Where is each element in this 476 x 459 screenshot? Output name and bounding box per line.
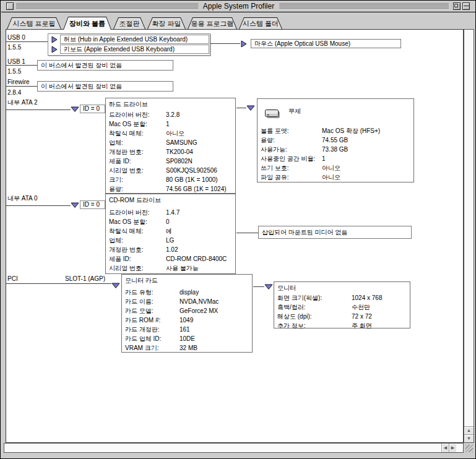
zoom-box-glyph (454, 4, 458, 7)
tab-strip: 시스템 프로필 장비와 볼륨 조절판 확장 파일 응용 프로그램 시스템 폴더 (7, 17, 284, 30)
apple-system-profiler-window: Apple System Profiler 시스템 프로필 장비와 볼륨 조절판… (0, 0, 476, 459)
info-value: 사용 불가능 (166, 264, 199, 272)
tab-applications[interactable]: 응용 프로그램 (188, 17, 237, 29)
tab-system-folders[interactable]: 시스템 폴더 (239, 17, 282, 29)
info-value: CD-ROM CRD-8400C (166, 255, 227, 263)
info-label: 카드 개정판: (125, 326, 160, 333)
device-box-hub[interactable]: 허브 (Hub in Apple Extended USB Keyboard) (60, 35, 209, 44)
connector-line (6, 86, 37, 87)
info-value: Mac OS 확장 (HFS+) (322, 127, 380, 135)
info-label: 착탈식 매체: (109, 228, 144, 234)
horizontal-scrollbar[interactable]: ◀ ▶ (4, 443, 464, 453)
info-value: 74.56 GB (1K = 1024) (166, 185, 227, 193)
empty-bus-box-firewire: 이 버스에서 발견된 장비 없음 (37, 81, 173, 92)
info-label: 개정판 번호: (109, 148, 144, 155)
tab-label: 확장 파일 (152, 19, 181, 28)
disclosure-right-icon[interactable] (51, 46, 59, 53)
info-value: 161 (180, 325, 190, 333)
cdrom-info-box: CD-ROM 드라이브 드라이버 버전:1.4.7 Mac OS 분할:0 착탈… (105, 194, 236, 274)
tab-system-profile[interactable]: 시스템 프로필 (7, 17, 61, 29)
info-label: 사용중인 공간 비율: (261, 155, 315, 162)
tab-label: 조절판 (119, 19, 140, 28)
info-value: 0 (166, 218, 170, 226)
info-label: 착탈식 매체: (109, 130, 144, 137)
info-label: 추가 정보: (277, 322, 306, 329)
info-value: 32 MB (180, 344, 197, 352)
tab-label: 시스템 폴더 (243, 19, 279, 28)
info-value: 80 GB (1K = 1000) (166, 176, 218, 184)
hard-drive-info-box: 하드 드라이브 드라이버 버전:3.2.8 Mac OS 분할:1 착탈식 매체… (105, 98, 236, 194)
title-bar[interactable]: Apple System Profiler (1, 1, 476, 12)
info-label: 쓰기 보호: (261, 165, 289, 171)
device-id-box: ID = 0 (80, 200, 105, 209)
info-label: 업체: (109, 139, 123, 146)
info-label: 용량: (109, 186, 123, 192)
scroll-down-icon[interactable]: ▼ (464, 434, 474, 442)
info-value: 아니오 (166, 129, 184, 137)
tab-control-panels[interactable]: 조절판 (113, 17, 145, 29)
connector-line (6, 65, 37, 66)
cdrom-title: CD-ROM 드라이브 (109, 196, 235, 204)
bus-version-firewire: 2.8.4 (7, 89, 21, 96)
info-label: 해상도 (dpi): (277, 313, 312, 320)
scroll-left-icon[interactable]: ◀ (441, 444, 449, 452)
connector-line (210, 43, 240, 44)
disclosure-down-icon[interactable] (264, 284, 272, 291)
disclosure-down-icon[interactable] (71, 202, 78, 210)
info-label: 흑백/컬러: (277, 304, 306, 311)
device-box-keyboard[interactable]: 키보드 (Apple Extended USB Keyboard) (60, 45, 209, 54)
resize-grip-icon[interactable] (464, 444, 474, 453)
info-value: 10DE (180, 335, 195, 343)
info-value: LG (166, 236, 174, 244)
info-value: display (180, 288, 199, 296)
connector-line (6, 283, 111, 284)
info-label: 카드 유형: (125, 289, 154, 296)
info-value: 주 화면 (352, 322, 372, 330)
tab-devices-and-volumes[interactable]: 장비와 볼륨 (63, 17, 111, 30)
vertical-scrollbar[interactable]: ▲ ▼ (464, 29, 474, 443)
tab-label: 응용 프로그램 (191, 19, 233, 28)
info-label: 카드 ROM #: (125, 317, 160, 324)
collapse-box-icon[interactable] (462, 2, 470, 10)
connector-line (6, 109, 71, 110)
info-label: 제품 ID: (109, 158, 131, 165)
disclosure-down-icon[interactable] (246, 105, 254, 113)
info-value: SP0802N (166, 157, 193, 165)
info-label: 개정판 번호: (109, 246, 144, 253)
empty-bus-box-usb1: 이 버스에서 발견된 장비 없음 (37, 60, 173, 71)
volume-info-box: 무제 볼륨 포맷:Mac OS 확장 (HFS+) 용량:74.55 GB 사용… (257, 98, 414, 182)
bus-label-firewire: Firewire (7, 79, 30, 85)
info-value: 수천만 (352, 303, 370, 311)
zoom-box-icon[interactable] (453, 2, 461, 10)
info-value: 1024 x 768 (352, 294, 383, 302)
bus-label-usb1: USB 1 (7, 58, 25, 65)
window-title: Apple System Profiler (198, 2, 279, 11)
info-value: 예 (166, 227, 172, 235)
bus-label-ata2: 내부 ATA 2 (7, 99, 38, 106)
info-label: 업체: (109, 237, 123, 244)
disclosure-down-icon[interactable] (111, 283, 119, 290)
tab-extensions[interactable]: 확장 파일 (147, 17, 186, 29)
connector-line (6, 205, 71, 206)
disclosure-right-icon[interactable] (241, 40, 248, 48)
close-box-icon[interactable] (6, 2, 14, 10)
info-value: 73.38 GB (322, 145, 348, 153)
volume-title[interactable]: 무제 (288, 107, 301, 116)
connector-line (236, 108, 246, 108)
info-label: Mac OS 분할: (109, 121, 147, 127)
info-label: 제품 ID: (109, 255, 131, 262)
info-label: 드라이버 버전: (109, 209, 150, 216)
disclosure-right-icon[interactable] (51, 36, 59, 43)
info-label: VRAM 크기: (125, 345, 158, 351)
pci-slot-label: SLOT-1 (AGP) (65, 275, 105, 282)
info-label: 카드 업체 ID: (125, 335, 161, 342)
scroll-right-icon[interactable]: ▶ (449, 444, 456, 452)
device-tree-panel: USB 0 1.5.5 허브 (Hub in Apple Extended US… (6, 29, 464, 443)
scroll-up-icon[interactable]: ▲ (464, 426, 474, 434)
info-label: 화면 크기(픽셀): (277, 294, 322, 301)
disclosure-down-icon[interactable] (71, 106, 78, 114)
device-box-mouse[interactable]: 마우스 (Apple Optical USB Mouse) (251, 39, 401, 48)
bus-version-usb0: 1.5.5 (7, 44, 21, 51)
info-label: 용량: (261, 137, 275, 144)
hard-disk-icon (264, 107, 282, 121)
